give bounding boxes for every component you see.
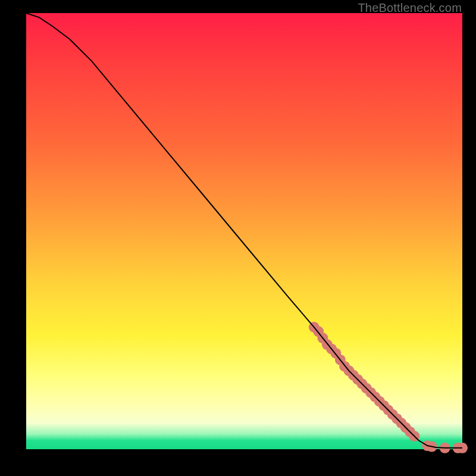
marker-group <box>309 322 468 453</box>
curve-line <box>26 13 462 448</box>
chart-frame: TheBottleneck.com <box>0 0 476 476</box>
chart-svg <box>26 13 462 449</box>
plot-area <box>26 13 462 449</box>
